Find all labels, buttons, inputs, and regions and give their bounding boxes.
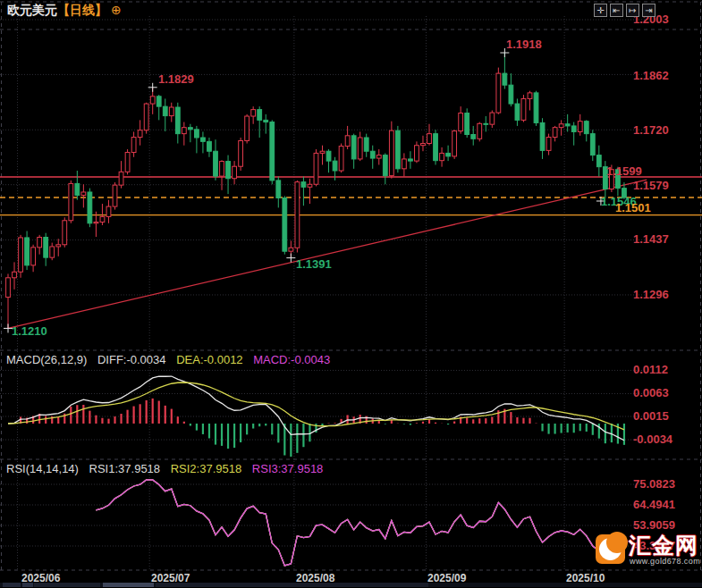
expand-scale-icon[interactable]: ↦: [626, 4, 639, 17]
chart-canvas[interactable]: [0, 0, 702, 588]
macd-header: MACD(26,12,9) DIFF:-0.0034 DEA:-0.0012 M…: [6, 354, 337, 366]
site-logo-icon: [596, 534, 625, 564]
symbol-title: 欧元美元: [7, 3, 57, 17]
rsi-axis-label: 75.0823: [633, 478, 675, 491]
rsi-header: RSI(14,14,14) RSI1:37.9518 RSI2:37.9518 …: [6, 463, 330, 475]
rsi1-value: RSI1:37.9518: [89, 462, 161, 475]
swing-high-annotation: 1.1918: [506, 38, 542, 51]
price-axis-label: 1.1862: [633, 70, 669, 82]
price-axis-label: 1.1296: [633, 289, 669, 301]
macd-axis-label: 0.0015: [633, 410, 669, 423]
goto-latest-icon[interactable]: ⇥: [642, 4, 655, 17]
chart-title-row: 欧元美元【日线】⊕: [7, 3, 122, 19]
swing-low-annotation: 1.1210: [12, 325, 47, 338]
rsi-layer: [96, 480, 624, 566]
macd-axis-label: 0.0112: [633, 364, 668, 376]
candles-layer: [6, 53, 627, 328]
site-watermark: 汇金网 www.gold678.com: [596, 533, 702, 567]
chart-toolbar: ✛ ⇤ ↦ ⇥: [594, 4, 655, 17]
rsi3-value: RSI3:37.9518: [252, 462, 324, 475]
rsi2-value: RSI2:37.9518: [171, 462, 242, 475]
macd-dea-value: DEA:-0.0012: [176, 353, 242, 366]
macd-bar-value: MACD:-0.0043: [253, 353, 330, 366]
scrollbar-segment: [3, 583, 21, 587]
rsi-axis-label: 53.9059: [633, 519, 675, 532]
macd-params: MACD(26,12,9): [6, 353, 87, 366]
period-label: 【日线】: [57, 3, 107, 17]
price-axis-label: 1.1437: [633, 233, 669, 246]
compress-scale-icon[interactable]: ⇤: [610, 4, 623, 17]
cross-markers: [4, 48, 605, 332]
crosshair-icon[interactable]: ✛: [594, 4, 607, 17]
rsi-axis-label: 64.4941: [633, 499, 675, 511]
support-level-label: 1.1501: [615, 202, 651, 214]
price-axis-label: 1.1720: [633, 124, 669, 137]
chart-app: { "header": { "title": "欧元美元", "period":…: [0, 0, 702, 588]
swing-high-annotation: 1.1829: [158, 73, 194, 86]
site-url: www.gold678.com: [630, 557, 700, 566]
add-indicator-icon[interactable]: ⊕: [111, 3, 122, 17]
scrollbar-segment: [22, 583, 33, 587]
scrollbar-thumb[interactable]: [103, 583, 154, 587]
panel-borders: [0, 2, 702, 570]
swing-low-annotation: 1.1391: [296, 258, 332, 271]
price-axis-label: 1.1579: [633, 180, 669, 192]
scrollbar-segment: [34, 583, 100, 587]
rsi-params: RSI(14,14,14): [6, 462, 79, 475]
macd-axis-label: -0.0034: [633, 433, 672, 446]
level-lines: [0, 177, 702, 328]
resistance-level-label: 1.1599: [606, 165, 642, 178]
scrollbar-segment: [156, 583, 428, 587]
macd-diff-value: DIFF:-0.0034: [97, 353, 166, 366]
gridlines: [0, 16, 647, 570]
macd-axis-label: 0.0063: [633, 387, 669, 399]
